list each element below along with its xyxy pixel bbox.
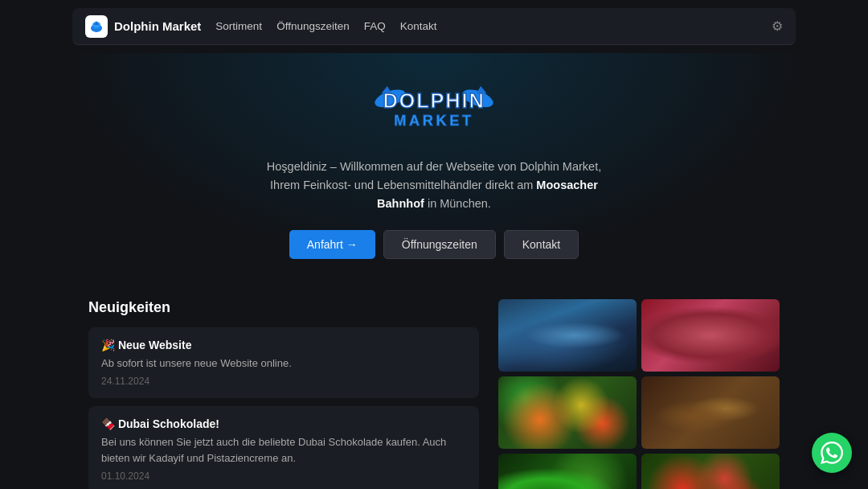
hero-section: DOLPHIN MARKET Hoşgeldiniz – Willkommen … — [0, 53, 868, 299]
whatsapp-button[interactable] — [812, 433, 852, 473]
photo-simit — [641, 376, 780, 449]
navbar: Dolphin Market Sortiment Öffnungszeiten … — [72, 8, 796, 45]
hero-tagline: Hoşgeldiniz – Willkommen auf der Webseit… — [257, 158, 611, 214]
hero-logo: DOLPHIN MARKET — [354, 77, 514, 142]
svg-text:MARKET: MARKET — [394, 113, 474, 129]
nav-faq[interactable]: FAQ — [364, 20, 386, 32]
news-item-2: 🍫 Dubai Schokolade! Bei uns können Sie j… — [88, 406, 479, 489]
photo-meat — [641, 299, 780, 372]
news-item-2-title: 🍫 Dubai Schokolade! — [101, 417, 466, 430]
settings-icon[interactable]: ⚙ — [772, 18, 783, 34]
navbar-logo[interactable]: Dolphin Market — [85, 15, 201, 38]
news-item-1-body: Ab sofort ist unsere neue Website online… — [101, 355, 466, 372]
photo-grid — [498, 299, 780, 489]
navbar-links: Sortiment Öffnungszeiten FAQ Kontakt — [215, 20, 436, 32]
anfahrt-button[interactable]: Anfahrt → — [289, 230, 375, 259]
photo-tomato — [641, 454, 780, 489]
news-item-1-date: 24.11.2024 — [101, 376, 466, 387]
navbar-left: Dolphin Market Sortiment Öffnungszeiten … — [85, 15, 437, 38]
main-content: Neuigkeiten 🎉 Neue Website Ab sofort ist… — [72, 299, 796, 489]
nav-oeffnungszeiten[interactable]: Öffnungszeiten — [276, 20, 350, 32]
news-item-1: 🎉 Neue Website Ab sofort ist unsere neue… — [88, 327, 479, 399]
oeffnungszeiten-button[interactable]: Öffnungszeiten — [383, 230, 496, 259]
news-item-1-title: 🎉 Neue Website — [101, 339, 466, 351]
nav-sortiment[interactable]: Sortiment — [215, 20, 262, 32]
news-item-2-date: 01.10.2024 — [101, 471, 466, 482]
hero-buttons: Anfahrt → Öffnungszeiten Kontakt — [16, 230, 852, 259]
svg-text:DOLPHIN: DOLPHIN — [383, 89, 485, 112]
kontakt-button[interactable]: Kontakt — [504, 230, 579, 259]
news-title: Neuigkeiten — [88, 299, 479, 316]
photo-fish — [498, 299, 637, 372]
photo-fruits — [498, 376, 637, 449]
nav-kontakt[interactable]: Kontakt — [400, 20, 437, 32]
logo-text: Dolphin Market — [114, 19, 201, 33]
logo-icon — [85, 15, 108, 38]
news-section: Neuigkeiten 🎉 Neue Website Ab sofort ist… — [88, 299, 479, 489]
photo-watermelon — [498, 454, 637, 489]
news-item-2-body: Bei uns können Sie jetzt auch die belieb… — [101, 434, 466, 466]
